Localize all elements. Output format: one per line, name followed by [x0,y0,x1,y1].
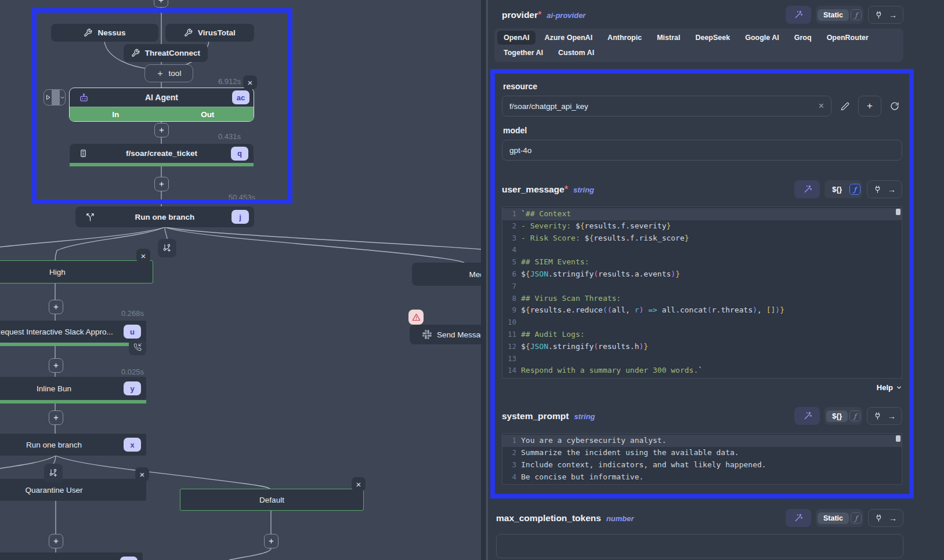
add-resource-button[interactable]: + [858,96,881,117]
node-branch-default[interactable]: Default [180,489,364,511]
model-input[interactable]: gpt-4o [502,140,902,161]
add-branch-button[interactable] [44,464,63,482]
input-mode-toggle[interactable]: ${} ƒ [824,180,862,198]
connect-input-buttons[interactable]: → [868,509,903,527]
tab-deepseek[interactable]: DeepSeek [689,31,736,45]
step-id-badge: y [124,381,141,395]
flow-canvas[interactable]: Nessus VirusTotal ThreatConnect tool 6.9… [0,0,481,560]
node-inline-bun[interactable]: Inline Bun y [0,377,146,400]
expr-mode-pill[interactable]: ${} [826,184,848,195]
code-line[interactable]: 8## Virus Scan Threats: [502,293,902,305]
node-run-one-branch-1[interactable]: Run one branch j [75,206,254,227]
code-line[interactable]: 7 [502,281,902,293]
ai-fill-button[interactable] [786,6,811,24]
connect-input-buttons[interactable]: → [868,6,903,24]
connect-input-buttons[interactable]: → [867,180,902,198]
tab-custom-ai[interactable]: Custom AI [552,46,601,60]
add-branch-button[interactable] [158,239,176,257]
code-line[interactable]: 5## SIEM Events: [502,256,902,268]
resource-input[interactable]: f/soar/chatgpt_api_key × [502,96,831,117]
code-line[interactable]: 2Summarize the incident using the availa… [502,447,902,459]
input-mode-toggle[interactable]: ${} ƒ [824,407,862,425]
code-line[interactable]: 3- Risk Score: ${results.f.risk_score} [502,232,902,245]
static-mode-pill[interactable]: Static [818,9,849,21]
code-line[interactable]: 2- Severity: ${results.f.severity} [502,220,902,232]
panel-scrollbar[interactable] [486,0,488,560]
node-quarantine-user[interactable]: Quarantine User [0,479,146,501]
node-branch-medium[interactable]: Medium [412,263,481,286]
code-line[interactable]: 4Be concise but informative. [502,471,902,483]
insert-step-button[interactable] [154,177,169,191]
node-slack-approval[interactable]: Request Interactive Slack Appro... u [0,321,146,343]
help-row[interactable]: Help [502,383,902,392]
tab-anthropic[interactable]: Anthropic [601,31,648,45]
code-line[interactable]: 11## Audit Logs: [502,329,902,341]
editor-scrollbar[interactable] [896,209,900,215]
slack-icon [422,330,432,339]
tab-azure-openai[interactable]: Azure OpenAI [538,31,599,45]
close-icon[interactable]: × [243,75,257,89]
code-line[interactable]: 14Respond with a summary under 300 words… [502,365,902,377]
input-mode-toggle[interactable]: Static ƒ [816,509,863,527]
system-prompt-editor[interactable]: 1You are a cybersecurity analyst.2Summar… [502,433,902,485]
node-send-message[interactable]: Send Message [410,325,481,344]
code-line[interactable]: 10 [502,317,902,329]
code-line[interactable]: 1You are a cybersecurity analyst. [502,435,902,447]
node-bottom-clipped[interactable] [0,552,143,560]
node-virustotal[interactable]: VirusTotal [165,24,254,42]
expr-mode-icon[interactable]: ƒ [851,9,862,20]
node-nessus[interactable]: Nessus [51,24,158,42]
tool-pill[interactable]: tool [144,64,193,82]
user-message-editor[interactable]: 1`## Context2- Severity: ${results.f.sev… [502,206,902,379]
code-line[interactable]: 12${JSON.stringify(results.h)} [502,341,902,353]
input-mode-toggle[interactable]: Static ƒ [816,6,863,24]
ai-fill-button[interactable] [794,180,820,198]
agent-out-tab[interactable]: Out [162,107,254,121]
editor-scrollbar[interactable] [896,435,900,442]
code-line[interactable]: 3Include context, indicators, and what l… [502,459,902,471]
expr-mode-icon[interactable]: ƒ [849,410,860,421]
max-tokens-input[interactable] [496,534,903,558]
run-step-button[interactable] [44,89,66,106]
ai-fill-button[interactable] [794,407,820,425]
expr-mode-icon[interactable]: ƒ [851,512,862,523]
connect-input-buttons[interactable]: → [867,407,902,425]
expr-mode-icon[interactable]: ƒ [849,184,860,195]
clear-icon[interactable]: × [819,101,824,111]
node-create-ticket[interactable]: f/soar/create_ticket q [70,144,254,163]
expr-mode-pill[interactable]: ${} [826,410,848,422]
agent-inout-bar[interactable]: In Out [70,107,254,121]
insert-step-button[interactable] [264,534,279,548]
refresh-button[interactable] [887,99,902,114]
tab-mistral[interactable]: Mistral [650,31,686,45]
node-threatconnect[interactable]: ThreatConnect [124,44,208,62]
tab-google-ai[interactable]: Google AI [739,31,786,45]
node-ai-agent[interactable]: AI Agent ac In Out [69,88,254,122]
insert-step-button[interactable] [49,410,63,425]
tab-together-ai[interactable]: Together AI [497,46,549,60]
code-line[interactable]: 1`## Context [502,208,902,220]
insert-step-button[interactable] [154,123,169,137]
insert-step-button[interactable] [154,0,168,8]
tab-groq[interactable]: Groq [788,31,818,45]
close-icon[interactable]: × [352,477,366,491]
insert-step-button[interactable] [49,534,63,548]
tab-openai[interactable]: OpenAI [497,31,536,45]
help-label[interactable]: Help [877,383,893,392]
static-mode-pill[interactable]: Static [818,512,849,524]
tab-openrouter[interactable]: OpenRouter [820,31,875,45]
code-line[interactable]: 6${JSON.stringify(results.a.events)} [502,268,902,281]
code-line[interactable]: 13 [502,353,902,365]
insert-step-button[interactable] [49,358,63,373]
ai-fill-button[interactable] [786,509,811,527]
edit-resource-button[interactable] [837,99,852,114]
code-line[interactable]: 9${results.e.reduce((all, r) => all.conc… [502,304,902,317]
code-text: `## Context [521,208,571,220]
close-icon[interactable]: × [135,467,149,481]
node-run-one-branch-2[interactable]: Run one branch x [0,434,146,456]
agent-in-tab[interactable]: In [70,107,162,121]
close-icon[interactable]: × [136,249,150,263]
code-line[interactable]: 4 [502,244,902,256]
insert-step-button[interactable] [49,300,63,314]
node-branch-high[interactable]: High [0,260,153,283]
